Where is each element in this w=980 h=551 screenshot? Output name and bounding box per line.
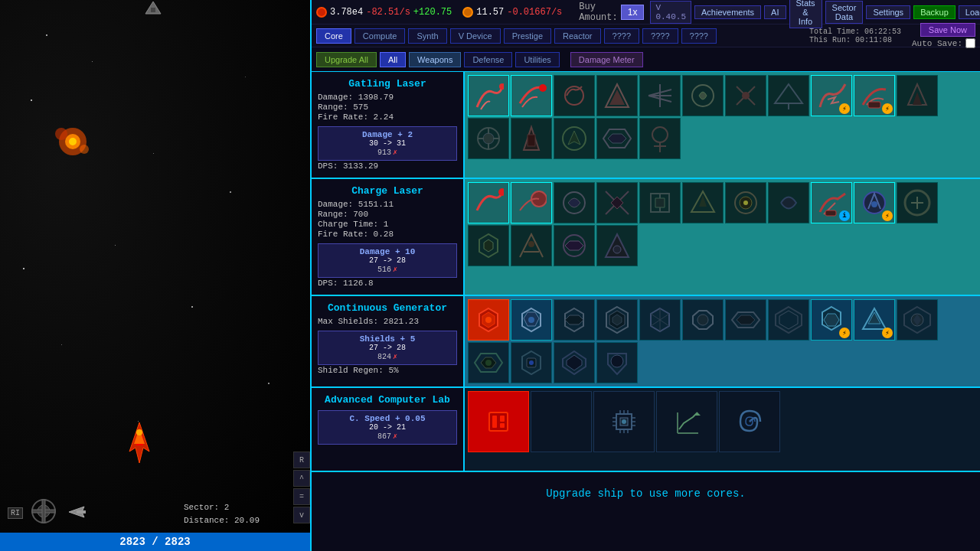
gatling-upgrade-label: Damage + 2 xyxy=(325,130,450,139)
upgrade-cell[interactable] xyxy=(468,182,509,223)
gatling-upgrade-box[interactable]: Damage + 2 30 -> 31 913✗ xyxy=(318,126,457,161)
charge-upgrade-box[interactable]: Damage + 10 27 -> 28 516✗ xyxy=(318,243,457,278)
tab-compute[interactable]: Compute xyxy=(354,28,406,44)
lightning-badge: ⚡ xyxy=(882,103,893,114)
settings-btn[interactable]: Settings xyxy=(866,5,910,19)
upgrade-cell[interactable] xyxy=(468,225,509,266)
upgrade-cell[interactable] xyxy=(719,391,780,452)
filter-utilities[interactable]: Utilities xyxy=(515,52,559,67)
upgrade-cell[interactable]: ⚡ xyxy=(854,299,895,341)
filter-weapons[interactable]: Weapons xyxy=(409,52,461,67)
tab-unknown1[interactable]: ???? xyxy=(604,28,639,44)
nav-r[interactable]: R xyxy=(293,452,310,468)
svg-point-41 xyxy=(498,188,504,196)
computer-lab-upgrade-progress: 20 -> 21 xyxy=(325,423,450,432)
upgrade-cell[interactable] xyxy=(511,225,552,266)
svg-point-63 xyxy=(485,360,492,366)
backup-btn[interactable]: Backup xyxy=(913,5,956,19)
upgrade-cell[interactable] xyxy=(639,118,681,159)
save-now-btn[interactable]: Save Now xyxy=(920,23,975,37)
upgrade-cell[interactable] xyxy=(682,299,724,341)
upgrade-cell[interactable]: ⚡ xyxy=(811,299,852,341)
upgrade-cell[interactable] xyxy=(554,182,595,223)
sector-btn[interactable]: Sector Data xyxy=(825,1,864,24)
upgrade-cell[interactable] xyxy=(511,75,552,116)
upgrade-cell[interactable]: ⚡ xyxy=(811,75,852,116)
upgrade-all-btn[interactable]: Upgrade All xyxy=(316,52,377,67)
computer-lab-upgrade-grid xyxy=(465,388,980,471)
upgrade-cell[interactable] xyxy=(768,299,809,341)
nav-up[interactable]: ^ xyxy=(293,470,310,487)
upgrade-cell[interactable] xyxy=(596,75,638,116)
gatling-firerate: Fire Rate: 2.24 xyxy=(318,112,457,122)
upgrade-cell[interactable] xyxy=(511,299,552,341)
nav-down[interactable]: v xyxy=(293,507,310,523)
upgrade-cell[interactable] xyxy=(596,182,638,223)
ai-btn[interactable]: AI xyxy=(764,5,786,19)
upgrade-cell[interactable] xyxy=(554,342,595,383)
upgrade-cell[interactable] xyxy=(768,182,809,223)
upgrade-cell[interactable] xyxy=(554,299,595,341)
filter-all[interactable]: All xyxy=(380,52,406,67)
upgrade-cell[interactable] xyxy=(725,299,766,341)
tab-synth[interactable]: Synth xyxy=(408,28,446,44)
upgrade-cell[interactable] xyxy=(596,342,638,383)
tab-reactor[interactable]: Reactor xyxy=(554,28,601,44)
upgrade-cell[interactable] xyxy=(725,75,766,116)
svg-point-2 xyxy=(69,138,77,145)
upgrade-cell[interactable] xyxy=(596,225,638,266)
upgrade-cell[interactable] xyxy=(593,391,655,452)
upgrade-cell[interactable] xyxy=(554,118,595,159)
load-btn[interactable]: Load xyxy=(959,5,980,19)
stats-btn[interactable]: Stats & Info xyxy=(789,0,822,28)
computer-lab-upgrade-box[interactable]: C. Speed + 0.05 20 -> 21 867✗ xyxy=(318,410,457,445)
upgrade-cell[interactable] xyxy=(897,299,938,341)
upgrade-cell[interactable]: ⚡ xyxy=(854,182,895,223)
filter-defense[interactable]: Defense xyxy=(464,52,512,67)
upgrade-cell[interactable] xyxy=(725,182,766,223)
upgrade-cell[interactable] xyxy=(768,75,809,116)
upgrade-cell[interactable] xyxy=(468,118,509,159)
upgrade-cell[interactable] xyxy=(468,299,509,341)
tab-unknown3[interactable]: ???? xyxy=(681,28,717,44)
achievements-btn[interactable]: Achievements xyxy=(694,5,761,19)
auto-save-checkbox[interactable] xyxy=(965,38,975,48)
cont-gen-upgrade-box[interactable]: Shields + 5 27 -> 28 824✗ xyxy=(318,331,457,365)
upgrade-cell[interactable]: i xyxy=(811,182,852,223)
upgrade-cell[interactable] xyxy=(639,299,681,341)
svg-point-56 xyxy=(528,241,534,247)
ship-top xyxy=(142,0,165,18)
tab-unknown2[interactable]: ???? xyxy=(642,28,678,44)
upgrade-cell[interactable] xyxy=(639,182,681,223)
auto-save-block: Auto Save: xyxy=(912,38,975,48)
upgrade-cell[interactable]: ⚡ xyxy=(854,75,895,116)
upgrade-cell[interactable] xyxy=(511,342,552,383)
upgrade-cell[interactable] xyxy=(468,75,509,116)
tab-prestige[interactable]: Prestige xyxy=(504,28,551,44)
upgrade-cell[interactable] xyxy=(897,75,938,116)
upgrade-cell[interactable] xyxy=(639,75,681,116)
upgrade-cell[interactable] xyxy=(511,182,552,223)
upgrade-cell[interactable] xyxy=(511,118,552,159)
buy-amount-btn[interactable]: 1x xyxy=(621,5,645,20)
ui-panel: 3.78e4 -82.51/s +120.75 11.57 -0.01667/s… xyxy=(310,0,980,551)
upgrade-cell[interactable] xyxy=(554,75,595,116)
upgrade-cell[interactable] xyxy=(554,225,595,266)
tab-vdevice[interactable]: V Device xyxy=(450,28,501,44)
upgrade-cell[interactable] xyxy=(682,75,724,116)
gatling-upgrade-progress: 30 -> 31 xyxy=(325,139,450,148)
upgrade-cell[interactable] xyxy=(468,391,529,452)
upgrade-cell[interactable] xyxy=(468,342,509,383)
upgrade-cell[interactable] xyxy=(656,391,717,452)
ship-explosion xyxy=(46,115,100,168)
resource1-bonus: +120.75 xyxy=(413,7,452,18)
upgrade-cell[interactable] xyxy=(596,118,638,159)
upgrade-cell[interactable] xyxy=(682,182,724,223)
computer-lab-upgrade-cost: 867✗ xyxy=(325,432,450,441)
upgrade-cell[interactable] xyxy=(531,391,592,452)
upgrade-cell[interactable] xyxy=(596,299,638,341)
nav-equals[interactable]: = xyxy=(293,488,310,505)
upgrade-cell[interactable] xyxy=(897,182,938,223)
tab-core[interactable]: Core xyxy=(316,28,351,44)
damage-meter-btn[interactable]: Damage Meter xyxy=(570,52,643,67)
